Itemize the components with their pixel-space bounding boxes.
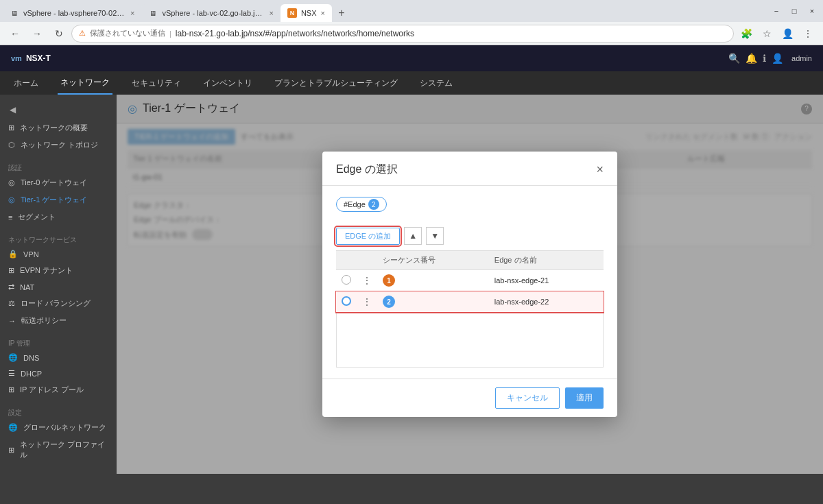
extensions-icon[interactable]: 🧩 [737,24,756,43]
dots-cell-2[interactable]: ⋮ [357,291,377,313]
apply-button[interactable]: 適用 [565,387,604,409]
table-toolbar: EDGE の追加 ▲ ▼ [336,227,604,245]
network-profile-icon: ⊞ [8,446,14,455]
nav-inventory[interactable]: インベントリ [200,71,255,95]
sequence-badge-1: 1 [383,274,395,287]
nav-security[interactable]: セキュリティ [129,71,184,95]
main-content: ◎ Tier-1 ゲートウェイ ? TIER-1 ゲートウェイの追加 すべてをお… [117,95,823,474]
browser-chrome: 🖥 vSphere - lab-vsphere70-02-nsx... × 🖥 … [0,0,823,45]
tier0-icon: ◎ [8,178,15,187]
sidebar-item-loadbalance[interactable]: ⚖ ロード バランシング [0,295,117,312]
radio-cell-2[interactable] [336,291,357,313]
notification-icon[interactable]: 🔔 [746,53,757,64]
sidebar-item-global-network[interactable]: 🌐 グローバルネットワーク [0,419,117,436]
sidebar-item-global-label: グローバルネットワーク [23,422,106,433]
table-row-selected[interactable]: ⋮ 2 lab-nsx-edge-22 [336,291,604,313]
new-tab-button[interactable]: + [332,4,351,22]
tab-close-2[interactable]: × [269,9,273,17]
sidebar-item-forwarding[interactable]: → 転送ポリシー [0,312,117,329]
address-separator: | [169,29,171,38]
modal-title: Edge の選択 [336,163,398,177]
radio-cell-1[interactable] [336,270,357,291]
sidebar-section-0: ⊞ ネットワークの概要 ⬡ ネットワーク トポロジ [0,119,117,154]
browser-tab-2[interactable]: 🖥 vSphere - lab-vc-02.go-lab.jp -... × [141,4,280,22]
close-button[interactable]: × [804,4,820,18]
bookmark-icon[interactable]: ☆ [757,24,776,43]
sidebar-item-ip-pool[interactable]: ⊞ IP アドレス プール [0,381,117,398]
cancel-button[interactable]: キャンセル [495,387,560,409]
user-avatar[interactable]: 👤 [772,53,783,64]
topology-icon: ⬡ [8,141,15,149]
move-up-button[interactable]: ▲ [404,227,422,245]
sidebar-item-network-profile[interactable]: ⊞ ネットワーク プロファイル [0,436,117,464]
nav-plan[interactable]: プランとトラブルシューティング [272,71,401,95]
col-edge-name: Edge の名前 [489,251,604,270]
sidebar-item-nat-label: NAT [20,283,34,291]
tier1-icon: ◎ [8,195,15,204]
add-edge-button[interactable]: EDGE の追加 [336,228,400,245]
sidebar-item-topology[interactable]: ⬡ ネットワーク トポロジ [0,136,117,154]
sidebar-section-ip: IP 管理 🌐 DNS ☰ DHCP ⊞ IP アドレス プール [0,335,117,398]
sidebar-item-vpn-label: VPN [23,250,39,259]
security-warning: ⚠ [79,29,86,38]
browser-toolbar-icons: 🧩 ☆ 👤 ⋮ [737,24,818,43]
dots-icon-2[interactable]: ⋮ [362,296,372,307]
sidebar-section-network-services: ネットワークサービス 🔒 VPN ⊞ EVPN テナント ⇄ NAT ⚖ ロード… [0,231,117,329]
nat-icon: ⇄ [8,283,14,291]
radio-btn-2[interactable] [342,296,351,306]
name-cell-2: lab-nsx-edge-22 [489,291,604,313]
nav-network[interactable]: ネットワーク [58,71,112,95]
nav-home[interactable]: ホーム [11,71,41,95]
radio-btn-1[interactable] [342,275,351,285]
profile-icon[interactable]: 👤 [778,24,797,43]
back-button[interactable]: ← [5,24,25,43]
info-icon[interactable]: ℹ [763,53,766,64]
sidebar-item-tier0[interactable]: ◎ Tier-0 ゲートウェイ [0,174,117,191]
table-row[interactable]: ⋮ 1 lab-nsx-edge-21 [336,270,604,291]
sidebar-item-dhcp[interactable]: ☰ DHCP [0,365,117,381]
sidebar-item-overview-label: ネットワークの概要 [20,123,88,133]
modal-overlay: Edge の選択 × #Edge 2 EDGE の追加 ▲ [117,95,823,474]
refresh-button[interactable]: ↻ [49,24,69,43]
address-url: lab-nsx-21.go-lab.jp/nsx/#/app/networks/… [176,29,414,38]
user-label[interactable]: admin [791,54,812,62]
address-bar[interactable]: ⚠ 保護されていない通信 | lab-nsx-21.go-lab.jp/nsx/… [71,25,734,43]
search-icon[interactable]: 🔍 [728,53,740,64]
sidebar-section-auth: 認証 ◎ Tier-0 ゲートウェイ ◎ Tier-1 ゲートウェイ ≡ セグメ… [0,159,117,226]
sidebar-item-evpn[interactable]: ⊞ EVPN テナント [0,262,117,279]
modal-close-button[interactable]: × [596,163,604,177]
menu-icon[interactable]: ⋮ [798,24,818,43]
minimize-button[interactable]: − [768,4,785,18]
edge-tag-container: #Edge 2 [336,197,604,220]
dhcp-icon: ☰ [8,369,15,378]
sidebar-item-overview[interactable]: ⊞ ネットワークの概要 [0,119,117,136]
tab-favicon-2: 🖥 [148,8,158,18]
tab-close-3[interactable]: × [321,9,325,17]
browser-tabs: 🖥 vSphere - lab-vsphere70-02-nsx... × 🖥 … [3,0,768,22]
move-down-button[interactable]: ▼ [426,227,444,245]
sidebar-item-vpn[interactable]: 🔒 VPN [0,246,117,262]
sidebar-item-nat[interactable]: ⇄ NAT [0,279,117,295]
dots-icon-1[interactable]: ⋮ [362,275,372,286]
sidebar-toggle[interactable]: ◀ [5,103,19,117]
nav-system[interactable]: システム [417,71,455,95]
tab-favicon-1: 🖥 [10,8,19,18]
window-controls: − □ × [768,4,820,18]
browser-tab-3[interactable]: N NSX × [281,4,332,22]
sidebar-item-dns[interactable]: 🌐 DNS [0,350,117,365]
sidebar-item-tier1[interactable]: ◎ Tier-1 ゲートウェイ [0,191,117,208]
sidebar: ◀ ⊞ ネットワークの概要 ⬡ ネットワーク トポロジ 認証 ◎ Tier-0 … [0,95,117,474]
sidebar-item-lb-label: ロード バランシング [21,298,91,309]
app-logo: vm NSX-T [11,53,51,63]
sidebar-item-tier0-label: Tier-0 ゲートウェイ [21,178,87,188]
forward-button[interactable]: → [27,24,47,43]
browser-tab-1[interactable]: 🖥 vSphere - lab-vsphere70-02-nsx... × [3,4,141,22]
maximize-button[interactable]: □ [786,4,802,18]
tab-close-1[interactable]: × [130,9,134,17]
dots-cell-1[interactable]: ⋮ [357,270,377,291]
overview-icon: ⊞ [8,123,14,132]
section-label-network-services: ネットワークサービス [0,231,117,246]
section-label-ip: IP 管理 [0,335,117,350]
sidebar-item-segment[interactable]: ≡ セグメント [0,208,117,226]
edge-tag[interactable]: #Edge 2 [336,197,387,212]
